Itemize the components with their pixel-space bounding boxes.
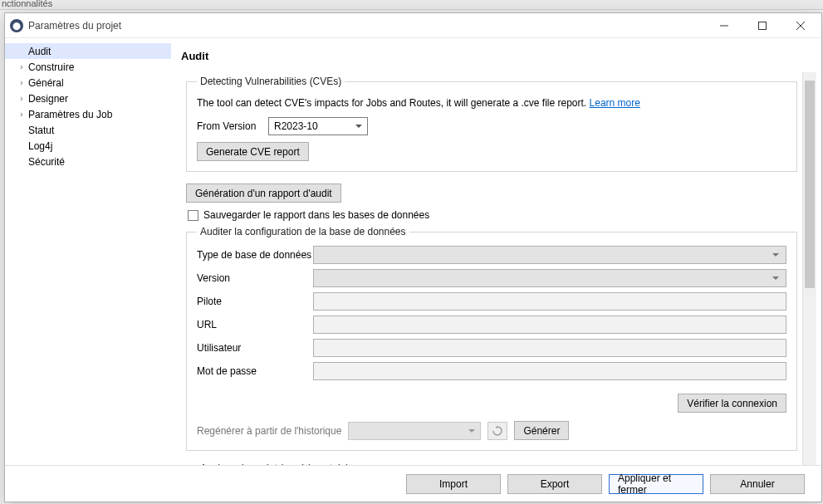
- from-version-label: From Version: [197, 120, 260, 132]
- expand-icon[interactable]: ›: [17, 94, 27, 103]
- bg-tab-label: nctionnalités: [2, 0, 52, 8]
- sidebar-item-log4j[interactable]: Log4j: [5, 138, 171, 154]
- sidebar-item-construire[interactable]: › Construire: [5, 59, 171, 75]
- db-user-input[interactable]: [313, 339, 786, 357]
- generate-cve-button[interactable]: Generate CVE report: [197, 142, 309, 161]
- sidebar-item-label: Général: [28, 77, 64, 89]
- sidebar-item-job-params[interactable]: › Paramètres du Job: [5, 106, 171, 122]
- db-version-label: Version: [197, 272, 313, 284]
- vertical-scrollbar[interactable]: [802, 72, 816, 465]
- sidebar-item-label: Designer: [28, 93, 68, 105]
- sidebar-item-general[interactable]: › Général: [5, 75, 171, 91]
- dialog-footer: Import Export Appliquer et fermer Annule…: [5, 465, 821, 502]
- db-config-group: Auditer la configuration de la base de d…: [186, 226, 797, 451]
- svg-rect-0: [759, 22, 767, 29]
- cve-group: Detecting Vulnerabilities (CVEs) The too…: [186, 76, 797, 172]
- cancel-button[interactable]: Annuler: [710, 474, 805, 494]
- import-button[interactable]: Import: [406, 474, 501, 494]
- from-version-select[interactable]: R2023-10: [268, 117, 368, 135]
- verify-connection-button[interactable]: Vérifier la connexion: [678, 394, 786, 413]
- app-icon: ⬤: [10, 19, 23, 32]
- learn-more-link[interactable]: Learn more: [590, 97, 640, 109]
- expand-icon[interactable]: ›: [17, 110, 27, 119]
- titlebar: ⬤ Paramètres du projet: [5, 13, 821, 38]
- export-button[interactable]: Export: [507, 474, 602, 494]
- generate-button[interactable]: Générer: [514, 421, 569, 440]
- cve-legend: Detecting Vulnerabilities (CVEs): [197, 76, 345, 87]
- db-type-select[interactable]: [313, 246, 786, 264]
- content-area: Detecting Vulnerabilities (CVEs) The too…: [178, 72, 802, 465]
- sidebar-item-label: Audit: [28, 46, 51, 57]
- sidebar-item-label: Sécurité: [28, 156, 65, 168]
- sidebar-item-label: Log4j: [28, 140, 52, 152]
- expand-icon[interactable]: ›: [17, 78, 27, 87]
- sidebar-item-label: Construire: [28, 61, 74, 73]
- db-password-input[interactable]: [313, 362, 786, 380]
- scrollbar-thumb[interactable]: [805, 81, 815, 288]
- sidebar-item-label: Paramètres du Job: [28, 109, 112, 120]
- apply-close-button[interactable]: Appliquer et fermer: [609, 474, 703, 494]
- db-type-label: Type de base de données: [197, 249, 313, 261]
- sidebar: Audit › Construire › Général › Designer …: [5, 38, 171, 465]
- experimental-legend: Analyse de projet (expérimentale): [197, 462, 352, 465]
- db-version-select[interactable]: [313, 269, 786, 287]
- refresh-icon-button[interactable]: [487, 422, 507, 440]
- regen-history-label: Regénérer à partir de l'historique: [197, 425, 341, 437]
- generate-audit-report-button[interactable]: Génération d'un rapport d'audit: [186, 183, 341, 203]
- db-password-label: Mot de passe: [197, 365, 313, 377]
- sidebar-item-audit[interactable]: Audit: [5, 43, 171, 59]
- db-driver-input[interactable]: [313, 292, 786, 311]
- sidebar-item-statut[interactable]: Statut: [5, 122, 171, 138]
- db-config-legend: Auditer la configuration de la base de d…: [197, 226, 409, 237]
- close-button[interactable]: [781, 13, 820, 38]
- maximize-button[interactable]: [743, 13, 781, 38]
- db-driver-label: Pilote: [197, 296, 313, 307]
- regen-history-select[interactable]: [348, 422, 481, 440]
- sidebar-item-designer[interactable]: › Designer: [5, 91, 171, 106]
- sidebar-item-securite[interactable]: Sécurité: [5, 154, 171, 169]
- window-title: Paramètres du projet: [28, 20, 121, 32]
- save-db-label: Sauvegarder le rapport dans les bases de…: [203, 209, 429, 221]
- cve-description: The tool can detect CVE's impacts for Jo…: [197, 97, 786, 109]
- experimental-group: Analyse de projet (expérimentale): [186, 462, 797, 465]
- minimize-button[interactable]: [705, 13, 743, 38]
- db-url-label: URL: [197, 319, 313, 330]
- dialog-window: ⬤ Paramètres du projet Audit › Construir…: [4, 12, 822, 502]
- sidebar-item-label: Statut: [28, 125, 54, 136]
- db-url-input[interactable]: [313, 316, 786, 334]
- db-user-label: Utilisateur: [197, 342, 313, 354]
- page-title: Audit: [181, 50, 816, 62]
- expand-icon[interactable]: ›: [17, 62, 27, 71]
- save-db-checkbox[interactable]: [188, 210, 198, 221]
